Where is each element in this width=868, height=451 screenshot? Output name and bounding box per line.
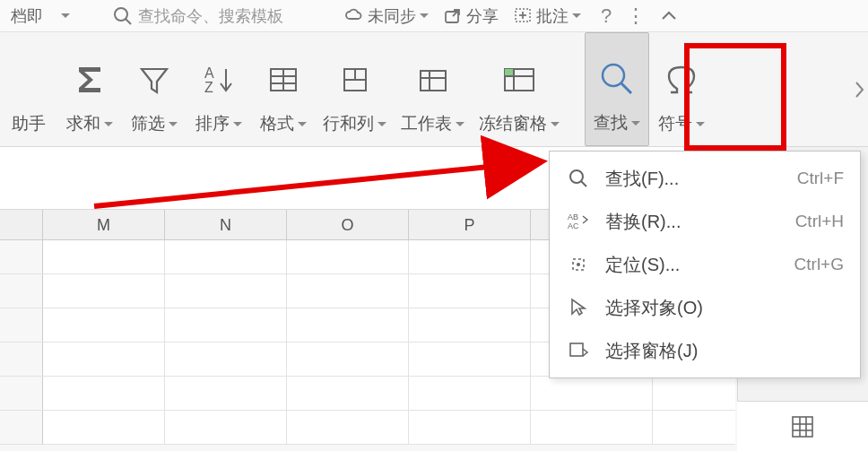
- svg-point-22: [603, 65, 624, 86]
- svg-text:Z: Z: [204, 80, 213, 95]
- find-dropdown-menu: 查找(F)... Ctrl+F ABAC 替换(R)... Ctrl+H 定位(…: [549, 151, 861, 378]
- top-bar: 档即 查找命令、搜索模板 未同步 分享 批注 ? ⋮: [0, 0, 868, 32]
- col-header[interactable]: M: [43, 210, 165, 239]
- chevron-up-icon: [660, 7, 678, 25]
- share-button[interactable]: 分享: [443, 5, 499, 27]
- freeze-button[interactable]: 冻结窗格: [472, 32, 567, 146]
- search-icon: [113, 6, 133, 26]
- svg-rect-19: [505, 69, 514, 76]
- search-icon: [595, 57, 638, 100]
- rowcol-button[interactable]: 行和列: [316, 32, 394, 146]
- worksheet-button[interactable]: 工作表: [394, 32, 472, 146]
- shortcut: Ctrl+F: [797, 169, 844, 188]
- menu-replace[interactable]: ABAC 替换(R)... Ctrl+H: [550, 200, 860, 243]
- col-header[interactable]: O: [287, 210, 409, 239]
- menu-select-objects[interactable]: 选择对象(O): [550, 286, 860, 329]
- shortcut: Ctrl+H: [795, 212, 844, 231]
- menu-find[interactable]: 查找(F)... Ctrl+F: [550, 157, 860, 200]
- svg-point-29: [570, 170, 583, 183]
- svg-point-0: [115, 8, 127, 21]
- omega-icon: [660, 58, 703, 101]
- search-icon: [566, 166, 591, 191]
- ribbon-scroll-right[interactable]: [854, 79, 866, 100]
- help-button[interactable]: ?: [601, 4, 612, 28]
- search-placeholder: 查找命令、搜索模板: [138, 5, 283, 27]
- more-button[interactable]: ⋮: [626, 4, 646, 28]
- replace-icon: ABAC: [566, 209, 591, 234]
- svg-rect-13: [355, 69, 366, 80]
- svg-text:A: A: [204, 65, 214, 81]
- svg-line-23: [621, 83, 631, 93]
- svg-text:AC: AC: [568, 221, 579, 230]
- task-pane-footer: [737, 401, 868, 451]
- worksheet-icon: [412, 58, 455, 101]
- svg-rect-12: [344, 69, 355, 80]
- format-icon: [262, 58, 305, 101]
- sort-icon: AZ: [197, 58, 240, 101]
- menu-select-pane[interactable]: 选择窗格(J): [550, 329, 860, 372]
- doc-name-fragment: 档即: [11, 5, 43, 27]
- col-header[interactable]: N: [165, 210, 287, 239]
- svg-line-30: [581, 181, 586, 186]
- sort-button[interactable]: AZ 排序: [187, 32, 251, 146]
- svg-point-34: [577, 263, 580, 266]
- pane-icon: [566, 338, 591, 363]
- cloud-icon: [344, 6, 364, 26]
- grid-icon[interactable]: [790, 414, 815, 439]
- sum-button[interactable]: 求和: [57, 32, 122, 146]
- share-icon: [443, 6, 463, 26]
- collapse-ribbon[interactable]: [660, 7, 678, 25]
- tab-dropdown-icon[interactable]: [57, 13, 70, 18]
- funnel-icon: [133, 58, 176, 101]
- find-button[interactable]: 查找: [585, 32, 649, 146]
- symbol-button[interactable]: 符号: [649, 32, 714, 146]
- svg-rect-24: [793, 417, 812, 437]
- filter-button[interactable]: 筛选: [122, 32, 187, 146]
- sync-button[interactable]: 未同步: [344, 5, 429, 27]
- cursor-icon: [566, 295, 591, 320]
- svg-rect-35: [570, 343, 583, 356]
- chevron-right-icon: [854, 79, 866, 100]
- assistant-icon: [7, 58, 50, 101]
- search-box[interactable]: 查找命令、搜索模板: [113, 5, 283, 27]
- target-icon: [566, 252, 591, 277]
- svg-rect-15: [421, 71, 446, 91]
- menu-goto[interactable]: 定位(S)... Ctrl+G: [550, 243, 860, 286]
- col-header[interactable]: P: [409, 210, 531, 239]
- shortcut: Ctrl+G: [794, 255, 844, 274]
- rowcol-icon: [334, 58, 377, 101]
- assistant-button[interactable]: 助手: [0, 32, 57, 146]
- format-button[interactable]: 格式: [251, 32, 316, 146]
- svg-text:AB: AB: [568, 212, 578, 221]
- table-row: [0, 411, 735, 445]
- sigma-icon: [68, 58, 111, 101]
- corner-cell[interactable]: [0, 210, 43, 239]
- table-row: [0, 377, 735, 411]
- freeze-icon: [498, 58, 541, 101]
- ribbon: 助手 求和 筛选 AZ 排序 格式 行和列 工作表: [0, 32, 868, 147]
- svg-line-1: [126, 19, 131, 24]
- annotate-icon: [513, 6, 533, 26]
- svg-rect-14: [344, 80, 366, 91]
- annotate-button[interactable]: 批注: [513, 5, 581, 27]
